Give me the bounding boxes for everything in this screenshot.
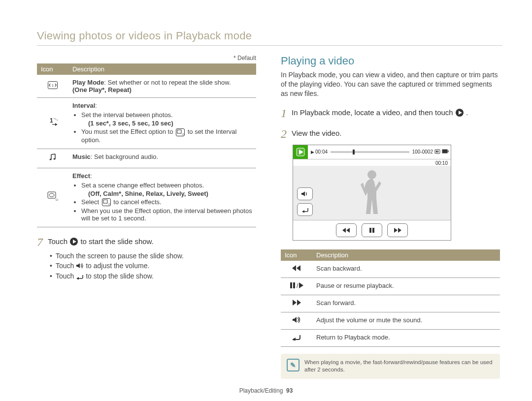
- step-text-post: .: [466, 108, 468, 117]
- effect-icon: CALM: [37, 168, 68, 227]
- step-number: 1: [281, 107, 292, 119]
- scan-backward-button[interactable]: [336, 223, 357, 237]
- video-player-mockup: ▶ 00:04 100-0002 00:10: [293, 145, 451, 241]
- col-icon-header: Icon: [37, 63, 68, 75]
- battery-full-icon: [442, 149, 449, 154]
- table-row: Scan backward.: [281, 261, 500, 278]
- step-7-notes: Touch the screen to pause the slide show…: [50, 252, 256, 281]
- table-row: Return to Playback mode.: [281, 329, 500, 346]
- memory-icon: [434, 149, 440, 155]
- playing-video-title: Playing a video: [281, 55, 500, 67]
- note-box: ✎ When playing a movie, the fast-forward…: [281, 354, 500, 379]
- row-desc: Return to Playback mode.: [312, 329, 500, 346]
- row-tail: :: [90, 172, 92, 180]
- svg-rect-11: [48, 192, 56, 198]
- table-row: 1 Play Mode: Set whether or not to repea…: [37, 75, 256, 98]
- svg-marker-33: [342, 228, 346, 233]
- video-play-button[interactable]: [293, 145, 308, 159]
- svg-marker-3: [55, 123, 57, 126]
- scan-forward-icon: [281, 295, 312, 312]
- svg-point-9: [50, 158, 52, 160]
- return-button[interactable]: [297, 203, 313, 216]
- video-thumbnail-figure: [360, 169, 384, 215]
- col-desc-header: Description: [68, 63, 256, 75]
- svg-marker-38: [297, 265, 300, 271]
- right-column: Playing a video In Playback mode, you ca…: [281, 55, 500, 379]
- svg-text:OFF: OFF: [108, 203, 110, 206]
- svg-marker-39: [292, 265, 296, 271]
- scan-forward-button[interactable]: [387, 223, 408, 237]
- scan-backward-icon: [281, 261, 312, 278]
- footer-page: 93: [286, 387, 293, 394]
- table-row: Music: Set background audio.: [37, 149, 256, 168]
- svg-marker-37: [398, 228, 401, 233]
- note-icon: ✎: [287, 359, 299, 371]
- row-tail: : Set whether or not to repeat the slide…: [104, 79, 231, 86]
- col-icon-header: Icon: [281, 249, 312, 261]
- effect-off-icon: OFF: [176, 128, 185, 136]
- step-text-pre: Touch: [48, 238, 69, 246]
- svg-text:1: 1: [50, 118, 53, 124]
- row-lead: Effect: [72, 172, 90, 180]
- step-text-pre: In Playback mode, locate a video, and th…: [292, 108, 455, 117]
- row-desc: Scan backward.: [312, 261, 500, 278]
- svg-point-10: [54, 158, 56, 159]
- step-2: 2 View the video.: [281, 128, 500, 140]
- play-mode-icon: 1: [37, 75, 68, 98]
- playing-video-intro: In Playback mode, you can view a video, …: [281, 70, 500, 98]
- row-desc: Adjust the volume or mute the sound.: [312, 312, 500, 329]
- video-progress-bar[interactable]: [331, 151, 409, 153]
- default-label: * Default: [37, 55, 256, 62]
- svg-marker-18: [76, 263, 80, 268]
- list-item: Select OFF to cancel effects.: [81, 198, 252, 207]
- list-item: Touch to stop the slide show.: [50, 272, 256, 280]
- note-text: When playing a movie, the fast-forward/r…: [304, 359, 494, 374]
- video-controls-table: Icon Description Scan backward. / Pause …: [281, 249, 500, 347]
- page-footer: Playback/Editing 93: [0, 387, 532, 394]
- svg-point-4: [57, 120, 58, 121]
- row-options: (Off, Calm*, Shine, Relax, Lively, Sweet…: [88, 190, 208, 197]
- svg-marker-43: [299, 282, 303, 288]
- svg-point-5: [55, 119, 56, 120]
- svg-point-6: [54, 118, 55, 119]
- table-row: 1 Interval: Set the interval between pho…: [37, 98, 256, 149]
- svg-text:CALM: CALM: [56, 198, 58, 201]
- svg-rect-14: [103, 200, 107, 203]
- play-circle-icon: [455, 108, 464, 119]
- svg-point-12: [49, 193, 54, 197]
- svg-text:/: /: [297, 282, 299, 289]
- music-icon: [37, 149, 68, 168]
- step-number: 7: [37, 236, 48, 248]
- svg-marker-30: [301, 191, 305, 196]
- row-desc: Pause or resume playback.: [312, 278, 500, 295]
- row-options: (1 sec*, 3 sec, 5 sec, 10 sec): [88, 120, 173, 127]
- video-total: 00:10: [293, 159, 451, 166]
- interval-icon: 1: [37, 98, 68, 149]
- effect-off-icon: OFF: [102, 198, 111, 206]
- svg-rect-34: [369, 228, 371, 233]
- list-item: Set the interval between photos.: [81, 111, 252, 119]
- svg-marker-32: [346, 228, 350, 233]
- pause-button[interactable]: [362, 223, 382, 237]
- row-tail: :: [95, 102, 97, 109]
- step-text-post: to start the slide show.: [80, 238, 153, 246]
- row-desc: Scan forward.: [312, 295, 500, 312]
- svg-rect-26: [437, 151, 438, 153]
- row-tail: : Set background audio.: [91, 153, 158, 160]
- row-lead: Interval: [72, 102, 95, 109]
- svg-point-29: [367, 170, 376, 179]
- volume-icon: [76, 262, 84, 270]
- slideshow-options-table: Icon Description 1 Play Mode: Set whethe…: [37, 63, 256, 227]
- volume-button[interactable]: [297, 187, 313, 200]
- svg-marker-31: [302, 210, 304, 213]
- step-7: 7 Touch to start the slide show.: [37, 236, 256, 248]
- col-desc-header: Description: [312, 249, 500, 261]
- svg-rect-35: [372, 228, 374, 233]
- list-item: Touch the screen to pause the slide show…: [50, 252, 256, 260]
- row-lead: Music: [72, 153, 91, 160]
- list-item: When you use the Effect option, the inte…: [81, 207, 252, 222]
- svg-text:OFF: OFF: [182, 133, 184, 136]
- svg-rect-7: [177, 130, 181, 133]
- svg-marker-19: [76, 277, 79, 279]
- svg-rect-28: [448, 151, 449, 153]
